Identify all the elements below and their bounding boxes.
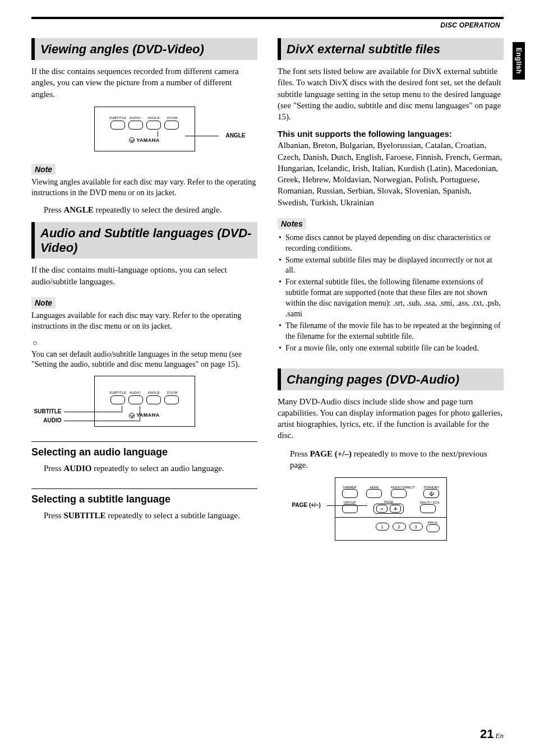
section-header-text: DISC OPERATION [440,21,500,29]
divx-note-5: For a movie file, only one external subt… [278,343,504,354]
s-kw: SUBTITLE [63,511,105,520]
subheading-subtitle-lang: Selecting a subtitle language [31,488,257,505]
top-rule [31,17,504,19]
zoom-button [164,121,179,130]
lbl-audiodirect: AUDIO DIRECT [391,486,415,489]
subtitle-button [110,121,125,130]
brand-logo: YAMAHA [102,137,188,144]
instr-kw: ANGLE [63,205,93,214]
lbl-dimmer: DIMMER [342,486,358,489]
angle-instruction: Press ANGLE repeatedly to select the des… [44,204,257,215]
page-remote-diagram: DIMMER HDMI AUDIO DIRECT STANDBY⏻ GROUP … [278,477,504,541]
audio-instruction: Press AUDIO repeatedly to select an audi… [44,463,257,474]
heading-audio-subtitle: Audio and Subtitle languages (DVD-Video) [31,222,257,259]
divx-lang-header: This unit supports the following languag… [278,129,504,139]
audio-button [128,121,143,130]
s-post: repeatedly to select a subtitle language… [105,511,240,520]
subheading-audio-lang: Selecting an audio language [31,441,257,458]
s-pre: Press [44,511,63,520]
lbl-aud: AUDIO [128,391,142,394]
audiosub-note: Languages available for each disc may va… [31,311,257,332]
brand-text: YAMAHA [136,137,160,143]
instr-pre: Press [44,205,63,214]
pages-instruction: Press PAGE (+/–) repeatedly to move to t… [290,448,504,471]
btn-lbl-zoom: ZOOM [165,116,179,119]
btn-lbl-subtitle: SUBTITLE [109,116,124,119]
p-kw: PAGE (+/–) [310,449,352,458]
multi-button [420,504,436,513]
page-plus-button: + [390,505,401,513]
num-2-button: 2 [393,523,406,531]
subtitle-audio-remote-diagram: SUBTITLE AUDIO ANGLE ZOOM YAMAHA [31,376,257,427]
a-pre: Press [44,464,63,473]
lbl-multi: MULTI / 2CH [420,501,440,504]
language-tab: English [513,42,525,80]
viewing-note: Viewing angles available for each disc m… [31,177,257,199]
instr-post: repeatedly to select the desired angle. [94,205,222,214]
subtitle-button-2 [110,395,125,404]
angle-button [146,121,161,130]
callout-subtitle: SUBTITLE [27,408,62,414]
dimmer-button [342,489,358,498]
viewing-intro: If the disc contains sequences recorded … [31,66,257,100]
p-pre: Press [290,449,310,458]
angle-button-2 [146,395,161,404]
divx-notes-list: Some discs cannot be played depending on… [278,233,504,354]
divx-note-1: Some discs cannot be played depending on… [278,233,504,254]
zoom-button-2 [164,395,179,404]
hdmi-button [366,489,382,498]
callout-audio: AUDIO [27,417,62,423]
btn-lbl-audio: AUDIO [128,116,142,119]
a-kw: AUDIO [63,464,91,473]
page-number: 21 [480,727,494,741]
page-footer: 21En [480,727,504,741]
audio-button-2 [128,395,143,404]
lbl-prog: PROG [426,521,440,524]
num-3-button: 3 [409,523,423,531]
lbl-ang: ANGLE [146,391,161,394]
note-label: Note [31,164,56,175]
divx-note-3: For external subtitle files, the followi… [278,277,504,320]
page-minus-button: − [376,505,388,513]
section-header: DISC OPERATION [31,21,504,29]
notes-label: Notes [278,218,306,229]
yamaha-logo-icon-2 [129,413,135,418]
divx-lang-list: Albanian, Breton, Bulgarian, Byelorussia… [278,140,504,208]
divx-note-4: The filename of the movie file has to be… [278,321,504,342]
a-post: repeatedly to select an audio language. [91,464,224,473]
divx-intro: The font sets listed below are available… [278,66,504,122]
audiosub-tip: You can set default audio/subtitle langu… [31,349,257,371]
lbl-sub: SUBTITLE [109,391,124,394]
pages-intro: Many DVD-Audio discs include slide show … [278,396,504,441]
lbl-zm: ZOOM [165,391,179,394]
callout-page: PAGE (+/–) [292,502,321,508]
left-column: Viewing angles (DVD-Video) If the disc c… [31,36,257,550]
btn-lbl-angle: ANGLE [146,116,161,119]
prog-button [426,524,440,532]
page-plus-minus-group: − + [373,504,404,514]
subtitle-instruction: Press SUBTITLE repeatedly to select a su… [44,510,257,521]
heading-divx: DivX external subtitle files [278,38,504,60]
note-label-2: Note [31,297,56,308]
standby-button: ⏻ [423,489,439,498]
tip-icon: ☼ [31,338,257,348]
audiodirect-button [391,489,407,498]
audiosub-intro: If the disc contains multi-language opti… [31,264,257,287]
divx-note-2: Some external subtitle files may be disp… [278,255,504,276]
page-lang: En [496,731,504,740]
brand-logo-2: YAMAHA [102,412,188,418]
num-1-button: 1 [376,523,389,531]
angle-remote-diagram: SUBTITLE AUDIO ANGLE ZOOM YAMAHA [31,107,257,152]
yamaha-logo-icon [129,137,135,143]
right-column: DivX external subtitle files The font se… [278,36,504,550]
heading-changing-pages: Changing pages (DVD-Audio) [278,368,504,390]
heading-viewing-angles: Viewing angles (DVD-Video) [31,38,257,60]
lbl-standby: STANDBY [423,486,439,489]
callout-angle: ANGLE [226,132,246,139]
lbl-group: GROUP [342,501,358,504]
